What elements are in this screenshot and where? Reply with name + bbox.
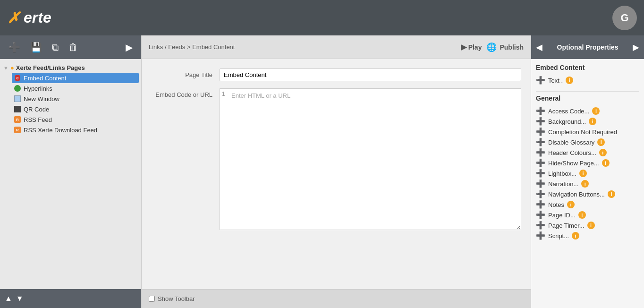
window-icon bbox=[14, 95, 21, 103]
header-colours-info-icon[interactable]: i bbox=[599, 149, 607, 156]
prop-lightbox-label: Lightbox... bbox=[548, 170, 576, 177]
prop-completion-label: Completion Not Required bbox=[548, 128, 617, 136]
add-glossary-icon: ➕ bbox=[536, 138, 545, 146]
glossary-info-icon[interactable]: i bbox=[597, 138, 605, 146]
embed-content-section: Embed Content ➕ Text . i bbox=[536, 64, 639, 86]
save-icon: 💾 bbox=[30, 42, 42, 52]
prop-access-code[interactable]: ➕ Access Code... i bbox=[536, 106, 639, 116]
tree-item-rss-xerte[interactable]: R RSS Xerte Download Feed bbox=[12, 125, 139, 135]
right-panel: ◀ Optional Properties ▶ Embed Content ➕ … bbox=[531, 35, 644, 308]
prop-page-timer[interactable]: ➕ Page Timer... i bbox=[536, 220, 639, 231]
line-number: 1 bbox=[222, 91, 225, 97]
add-narration-icon: ➕ bbox=[536, 180, 545, 188]
play-label: Play bbox=[468, 43, 482, 51]
access-code-info-icon[interactable]: i bbox=[592, 107, 600, 115]
tree-item-qr-code[interactable]: QR Code bbox=[12, 104, 139, 114]
prop-narration[interactable]: ➕ Narration... i bbox=[536, 179, 639, 189]
background-info-icon[interactable]: i bbox=[589, 118, 596, 125]
right-header-title: Optional Properties bbox=[557, 43, 619, 51]
center-content: Page Title Embed Code or URL 1 Enter HTM… bbox=[142, 59, 531, 289]
tree-item-new-window[interactable]: New Window bbox=[12, 94, 139, 104]
center-header: Links / Feeds > Embed Content ▶ Play 🌐 P… bbox=[142, 35, 531, 59]
page-title-input[interactable] bbox=[220, 68, 521, 81]
nav-buttons-info-icon[interactable]: i bbox=[608, 190, 615, 198]
tree-item-embed-content[interactable]: e Embed Content bbox=[12, 73, 139, 83]
rss-xerte-icon: R bbox=[14, 126, 21, 134]
prop-navigation-buttons[interactable]: ➕ Navigation Buttons... i bbox=[536, 189, 639, 199]
collapse-left-button[interactable]: ▶ bbox=[122, 40, 136, 55]
tree-item-label: Embed Content bbox=[24, 75, 66, 82]
qr-icon bbox=[14, 105, 21, 113]
play-icon: ▶ bbox=[461, 43, 466, 51]
tree-area: ▼ ● Xerte Feed/Links Pages e Embed Conte… bbox=[0, 59, 141, 289]
add-header-colours-icon: ➕ bbox=[536, 149, 545, 156]
prop-glossary-label: Disable Glossary bbox=[548, 139, 594, 146]
tree-root-label: Xerte Feed/Links Pages bbox=[16, 64, 85, 71]
rss-icon: R bbox=[14, 116, 21, 123]
lightbox-info-icon[interactable]: i bbox=[579, 170, 587, 177]
tree-item-label: New Window bbox=[24, 95, 59, 103]
expand-right-button[interactable]: ▶ bbox=[633, 42, 639, 52]
prop-disable-glossary[interactable]: ➕ Disable Glossary i bbox=[536, 137, 639, 147]
narration-info-icon[interactable]: i bbox=[581, 180, 589, 188]
logo-symbol: ✗ bbox=[7, 9, 20, 27]
add-notes-icon: ➕ bbox=[536, 201, 545, 208]
logo: ✗ erte bbox=[7, 9, 51, 27]
embed-row: Embed Code or URL 1 Enter HTML or a URL bbox=[151, 88, 521, 231]
move-up-button[interactable]: ▲ bbox=[5, 294, 12, 303]
prop-script[interactable]: ➕ Script... i bbox=[536, 231, 639, 241]
page-id-info-icon[interactable]: i bbox=[578, 211, 586, 219]
prop-hide-show-page[interactable]: ➕ Hide/Show Page... i bbox=[536, 158, 639, 168]
text-info-icon[interactable]: i bbox=[566, 77, 573, 84]
embed-content-title: Embed Content bbox=[536, 64, 639, 71]
center-panel: Links / Feeds > Embed Content ▶ Play 🌐 P… bbox=[142, 35, 531, 308]
page-timer-info-icon[interactable]: i bbox=[587, 222, 595, 229]
prop-page-id[interactable]: ➕ Page ID... i bbox=[536, 210, 639, 220]
prop-text-label: Text . bbox=[548, 77, 563, 84]
page-title-label: Page Title bbox=[151, 68, 212, 78]
copy-button[interactable]: ⧉ bbox=[48, 40, 62, 55]
tree-item-rss-feed[interactable]: R RSS Feed bbox=[12, 114, 139, 125]
add-button[interactable]: ➕ bbox=[5, 40, 24, 55]
tree-children: e Embed Content Hyperlinks New Window QR… bbox=[12, 73, 139, 135]
publish-button[interactable]: 🌐 Publish bbox=[486, 42, 524, 52]
notes-info-icon[interactable]: i bbox=[567, 201, 575, 208]
prop-lightbox[interactable]: ➕ Lightbox... i bbox=[536, 168, 639, 179]
add-page-timer-icon: ➕ bbox=[536, 222, 545, 229]
delete-button[interactable]: 🗑 bbox=[65, 40, 82, 55]
left-toolbar: ➕ 💾 ⧉ 🗑 ▶ bbox=[0, 35, 141, 59]
prop-notes[interactable]: ➕ Notes i bbox=[536, 199, 639, 210]
page-title-row: Page Title bbox=[151, 68, 521, 81]
tree-root-icon: ● bbox=[10, 64, 14, 71]
embed-icon: e bbox=[14, 74, 21, 82]
tree-item-label: QR Code bbox=[24, 106, 49, 113]
left-panel: ➕ 💾 ⧉ 🗑 ▶ ▼ ● Xerte Feed/Links Pag bbox=[0, 35, 142, 308]
prop-header-colours[interactable]: ➕ Header Colours... i bbox=[536, 147, 639, 158]
tree-item-hyperlinks[interactable]: Hyperlinks bbox=[12, 83, 139, 94]
embed-textarea-wrapper: 1 Enter HTML or a URL bbox=[220, 88, 521, 231]
add-script-icon: ➕ bbox=[536, 232, 545, 240]
show-toolbar-label[interactable]: Show Toolbar bbox=[149, 295, 195, 302]
collapse-right-button[interactable]: ◀ bbox=[536, 42, 542, 52]
prop-background-label: Background... bbox=[548, 118, 586, 125]
prop-text[interactable]: ➕ Text . i bbox=[536, 75, 639, 86]
prop-nav-buttons-label: Navigation Buttons... bbox=[548, 191, 605, 198]
prop-background[interactable]: ➕ Background... i bbox=[536, 116, 639, 127]
move-down-button[interactable]: ▼ bbox=[16, 294, 24, 303]
toolbar-left: ➕ 💾 ⧉ 🗑 bbox=[5, 40, 82, 55]
prop-completion-not-required[interactable]: ➕ Completion Not Required bbox=[536, 127, 639, 137]
avatar[interactable]: G bbox=[612, 6, 637, 30]
embed-label: Embed Code or URL bbox=[151, 88, 212, 98]
hide-show-info-icon[interactable]: i bbox=[602, 159, 610, 167]
add-text-icon: ➕ bbox=[536, 77, 545, 84]
show-toolbar-checkbox[interactable] bbox=[149, 296, 155, 302]
general-section: General ➕ Access Code... i ➕ Background.… bbox=[536, 94, 639, 241]
add-hide-show-icon: ➕ bbox=[536, 159, 545, 167]
toolbar-right: ▶ bbox=[122, 40, 136, 55]
play-button[interactable]: ▶ Play bbox=[461, 43, 482, 51]
embed-textarea[interactable] bbox=[220, 88, 521, 230]
tree-root[interactable]: ▼ ● Xerte Feed/Links Pages bbox=[2, 63, 139, 73]
script-info-icon[interactable]: i bbox=[572, 232, 579, 240]
tree-item-label: RSS Feed bbox=[24, 116, 52, 123]
save-button[interactable]: 💾 bbox=[26, 40, 46, 55]
